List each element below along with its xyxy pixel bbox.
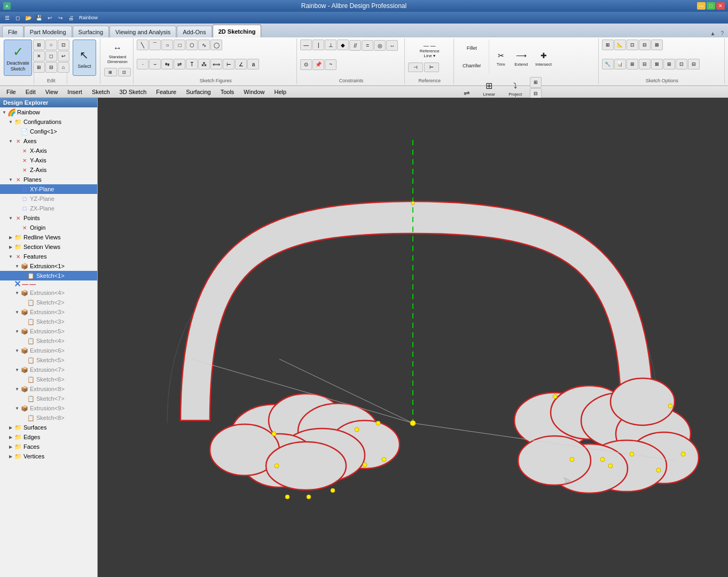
tree-item-sketch8[interactable]: 📋 Sketch<8> [0, 413, 97, 423]
tree-expand-sketch5[interactable] [20, 358, 27, 363]
canvas-area[interactable] [98, 98, 728, 577]
smooth-btn[interactable]: ~ [325, 59, 336, 70]
tree-item-planes[interactable]: ▼ ✕ Planes [0, 175, 97, 184]
close-button[interactable]: ✕ [716, 2, 725, 10]
sketch-opt-9[interactable]: ⊟ [639, 59, 651, 69]
tool-btn-2[interactable]: ⊟ [530, 88, 542, 99]
tree-item-extrusion7[interactable]: ▼ 📦 Extrusion<7> [0, 365, 97, 375]
menu-window[interactable]: Window [239, 88, 269, 96]
ref-btn-1[interactable]: ⊣ [408, 63, 423, 72]
qa-undo[interactable]: ↩ [45, 13, 54, 22]
tree-expand-features[interactable]: ▼ [7, 254, 14, 259]
tree-expand-extrusion4[interactable]: ▼ [14, 291, 20, 295]
line-btn[interactable]: ╲ [137, 40, 148, 50]
intersect-button[interactable]: ✚ Intersect [532, 40, 555, 76]
circle-btn[interactable]: ○ [161, 40, 173, 50]
tree-expand-axes[interactable]: ▼ [7, 139, 14, 144]
tree-item-extrusion3[interactable]: ▼ 📦 Extrusion<3> [0, 307, 97, 317]
qa-menu[interactable]: ☰ [2, 13, 12, 22]
tree-item-sketch7[interactable]: 📋 Sketch<7> [0, 394, 97, 403]
tree-item-sketch3[interactable]: 📋 Sketch<3> [0, 317, 97, 326]
tree-expand-zaxis[interactable] [14, 168, 20, 173]
tree-expand-vertices[interactable]: ▶ [7, 454, 14, 459]
tree-item-xyplane[interactable]: □ XY-Plane [0, 184, 97, 194]
standard-dimension-button[interactable]: ↔ StandardDimension [103, 40, 132, 66]
deactivate-sketch-button[interactable]: ✓ DeactivateSketch [4, 40, 32, 76]
horizontal-btn[interactable]: — [300, 40, 312, 50]
arc-btn[interactable]: ⌒ [149, 40, 161, 50]
mirror-sketch-btn[interactable]: ⇌ [174, 59, 185, 69]
concentric-btn[interactable]: ◎ [374, 40, 386, 51]
tree-item-extrusion9[interactable]: ▼ 📦 Extrusion<9> [0, 403, 97, 413]
ref-btn-2[interactable]: ⊢ [424, 63, 439, 72]
tree-expand-extrusion9[interactable]: ▼ [14, 406, 20, 411]
menu-tools[interactable]: Tools [216, 88, 239, 96]
tangent-btn[interactable]: ⊥ [325, 40, 336, 50]
tree-expand-extrusion1[interactable]: ▼ [14, 264, 20, 269]
tree-item-yzplane[interactable]: □ YZ-Plane [0, 194, 97, 204]
equal-btn[interactable]: = [362, 40, 373, 51]
tab-file[interactable]: File [2, 26, 24, 37]
edit-btn-4[interactable]: ✕ [33, 51, 45, 61]
tree-item-yaxis[interactable]: ✕ Y-Axis [0, 155, 97, 165]
sketch-opt-4[interactable]: ⊟ [639, 40, 651, 50]
poly-btn[interactable]: ⬡ [186, 40, 198, 50]
menu-surfacing[interactable]: Surfacing [182, 88, 215, 96]
sketch-opt-1[interactable]: ⊞ [602, 40, 614, 50]
menu-feature[interactable]: Feature [152, 88, 181, 96]
tree-item-rainbow[interactable]: ▼ 🌈 Rainbow [0, 107, 97, 117]
tree-item-extrusion6[interactable]: ▼ 📦 Extrusion<6> [0, 346, 97, 355]
dim-btn-2[interactable]: ⊡ [118, 68, 131, 76]
tree-expand-extrusion3[interactable]: ▼ [14, 310, 20, 315]
sketch-opt-7[interactable]: 📊 [614, 59, 626, 69]
edit-btn-9[interactable]: ⌂ [58, 62, 69, 73]
menu-insert[interactable]: Insert [63, 88, 87, 96]
ellipse-btn[interactable]: ◯ [210, 40, 222, 50]
menu-view[interactable]: View [41, 88, 62, 96]
tree-expand-sketch1[interactable] [20, 274, 27, 278]
tree-item-extrusion5[interactable]: ▼ 📦 Extrusion<5> [0, 326, 97, 336]
chamfer-button[interactable]: Chamfer [457, 57, 487, 74]
menu-sketch[interactable]: Sketch [88, 88, 114, 96]
fix-btn[interactable]: 📌 [312, 59, 324, 70]
menu-help[interactable]: Help [270, 88, 291, 96]
tree-item-vertices[interactable]: ▶ 📁 Vertices [0, 451, 97, 461]
midpoint-btn[interactable]: ⊙ [300, 59, 312, 70]
menu-3d-sketch[interactable]: 3D Sketch [115, 88, 151, 96]
tree-item-sketch5[interactable]: 📋 Sketch<5> [0, 355, 97, 365]
reference-line-button[interactable]: — — ReferenceLine ▾ [408, 40, 451, 61]
tree-item-configurations[interactable]: ▼ 📁 Configurations [0, 117, 97, 127]
dimension-row3-btn[interactable]: ⟺ [210, 59, 222, 69]
sketch-opt-12[interactable]: ⊡ [676, 59, 687, 69]
ribbon-options[interactable]: ? [718, 29, 726, 37]
tree-expand-extrusion8[interactable]: ▼ [14, 387, 20, 392]
tree-item-extrusion8[interactable]: ▼ 📦 Extrusion<8> [0, 384, 97, 394]
tree-expand-sketch8[interactable] [20, 416, 27, 420]
sketch-opt-10[interactable]: ⊠ [651, 59, 663, 69]
tree-expand-sketch3[interactable] [20, 319, 27, 324]
qa-new[interactable]: ◻ [13, 13, 22, 22]
fillet-sketch-btn[interactable]: ⌣ [149, 59, 161, 69]
tree-item-zxplane[interactable]: □ ZX-Plane [0, 204, 97, 213]
tree-expand-extrusion7[interactable]: ▼ [14, 368, 20, 372]
tree-item-axes[interactable]: ▼ ✕ Axes [0, 136, 97, 146]
tree-expand-surfaces[interactable]: ▶ [7, 425, 14, 430]
tree-expand-yzplane[interactable] [14, 197, 20, 201]
tree-expand-origin[interactable] [14, 225, 20, 230]
extend-button[interactable]: ⟶ Extend [512, 40, 531, 76]
tree-item-zaxis[interactable]: ✕ Z-Axis [0, 165, 97, 175]
tree-expand-sketch6[interactable] [20, 377, 27, 382]
constraint-btn[interactable]: ⊢ [223, 59, 234, 69]
tree-item-faces[interactable]: ▶ 📁 Faces [0, 442, 97, 451]
tree-item-xaxis[interactable]: ✕ X-Axis [0, 146, 97, 155]
edit-btn-3[interactable]: ⊡ [58, 40, 69, 50]
text-btn[interactable]: T [186, 59, 198, 69]
tree-expand-sketch2[interactable] [20, 300, 27, 305]
trim-button[interactable]: ✂ Trim [491, 40, 511, 76]
offset-sketch-btn[interactable]: ⇆ [161, 59, 173, 69]
tree-expand-redlineviews[interactable]: ▶ [7, 235, 14, 240]
tree-item-extrusion1[interactable]: ▼ 📦 Extrusion<1> [0, 261, 97, 271]
tree-expand-edges[interactable]: ▶ [7, 435, 14, 440]
edit-btn-1[interactable]: ⊞ [33, 40, 45, 50]
tree-item-extrusion4[interactable]: ▼ 📦 Extrusion<4> [0, 288, 97, 298]
